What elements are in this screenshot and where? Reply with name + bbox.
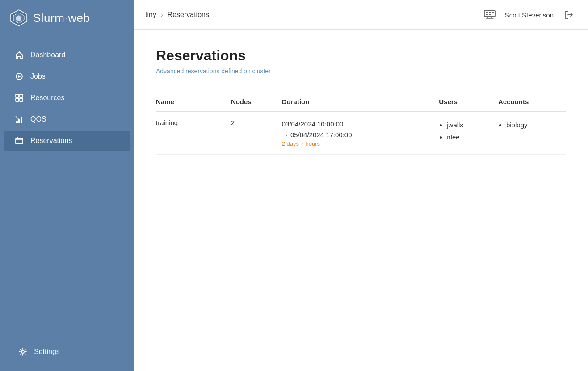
cell-name: training <box>156 111 231 155</box>
sidebar-bottom: Settings <box>0 333 134 371</box>
duration-label: 2 days 7 hours <box>282 140 432 147</box>
sidebar-item-settings-label: Settings <box>34 348 60 356</box>
svg-rect-18 <box>486 14 488 15</box>
svg-rect-14 <box>484 10 495 17</box>
sidebar-item-reservations[interactable]: Reservations <box>4 131 130 151</box>
cluster-icon-button[interactable] <box>482 7 498 23</box>
reservations-table: Name Nodes Duration Users Accounts train… <box>156 93 566 155</box>
svg-rect-15 <box>486 12 488 13</box>
reservations-table-container: Name Nodes Duration Users Accounts train… <box>156 93 566 155</box>
cell-nodes: 2 <box>231 111 282 155</box>
svg-rect-5 <box>16 94 19 97</box>
reservations-icon <box>14 136 24 146</box>
cell-users: jwalls nlee <box>439 111 498 155</box>
col-header-users: Users <box>439 93 498 111</box>
cell-accounts: biology <box>498 111 566 155</box>
sidebar-item-jobs[interactable]: Jobs <box>4 66 130 87</box>
logout-button[interactable] <box>561 7 577 23</box>
qos-icon <box>14 114 24 124</box>
accounts-list: biology <box>498 119 559 131</box>
sidebar-item-dashboard[interactable]: Dashboard <box>4 45 130 65</box>
svg-rect-7 <box>16 98 19 101</box>
settings-icon <box>18 347 28 357</box>
header-actions: Scott Stevenson <box>482 7 577 23</box>
table-header: Name Nodes Duration Users Accounts <box>156 93 566 111</box>
sidebar-item-qos-label: QOS <box>30 115 46 123</box>
sidebar-item-reservations-label: Reservations <box>30 137 72 145</box>
account-item: biology <box>506 119 559 131</box>
sidebar-item-qos[interactable]: QOS <box>4 109 130 130</box>
home-icon <box>14 50 24 60</box>
duration-start: 03/04/2024 10:00:00 <box>282 119 432 130</box>
cell-duration: 03/04/2024 10:00:00 → 05/04/2024 17:00:0… <box>282 111 439 155</box>
user-item: jwalls <box>447 119 491 131</box>
sidebar-item-resources[interactable]: Resources <box>4 88 130 108</box>
jobs-icon <box>14 72 24 81</box>
svg-point-13 <box>21 350 24 353</box>
svg-rect-16 <box>489 12 491 13</box>
svg-rect-17 <box>492 12 494 13</box>
page-subtitle: Advanced reservations defined on cluster <box>156 67 566 75</box>
sidebar-item-jobs-label: Jobs <box>30 72 46 80</box>
reservation-nodes: 2 <box>231 119 235 126</box>
table-row: training 2 03/04/2024 10:00:00 → 05/04/2… <box>156 111 566 155</box>
svg-rect-6 <box>20 94 23 97</box>
user-item: nlee <box>447 131 491 143</box>
reservation-name: training <box>156 119 178 126</box>
table-body: training 2 03/04/2024 10:00:00 → 05/04/2… <box>156 111 566 155</box>
col-header-name: Name <box>156 93 231 111</box>
col-header-nodes: Nodes <box>231 93 282 111</box>
main-nav: Dashboard Jobs Resources <box>0 36 134 333</box>
col-header-accounts: Accounts <box>498 93 566 111</box>
svg-rect-19 <box>489 14 491 15</box>
user-name: Scott Stevenson <box>505 11 554 19</box>
sidebar-item-resources-label: Resources <box>30 94 64 102</box>
page-title: Reservations <box>156 47 566 64</box>
breadcrumb-cluster: tiny <box>145 11 156 19</box>
col-header-duration: Duration <box>282 93 439 111</box>
svg-rect-11 <box>21 117 22 123</box>
logo-area: Slurm·web <box>0 0 134 36</box>
resources-icon <box>14 93 24 103</box>
logo-text: Slurm·web <box>33 11 90 25</box>
page-header: tiny › Reservations Scott Stevenson <box>134 0 588 30</box>
sidebar: Slurm·web Dashboard Jobs <box>0 0 134 371</box>
svg-rect-9 <box>16 121 18 123</box>
svg-marker-4 <box>18 75 21 78</box>
slurm-logo-icon <box>9 8 29 28</box>
page-content: Reservations Advanced reservations defin… <box>134 30 588 371</box>
breadcrumb-page: Reservations <box>168 11 209 19</box>
svg-rect-12 <box>16 138 23 144</box>
svg-rect-8 <box>20 98 23 101</box>
breadcrumb-separator: › <box>161 11 163 18</box>
duration-end: → 05/04/2024 17:00:00 <box>282 130 432 140</box>
users-list: jwalls nlee <box>439 119 491 143</box>
breadcrumb: tiny › Reservations <box>145 11 482 19</box>
sidebar-item-dashboard-label: Dashboard <box>30 51 65 59</box>
main-content: tiny › Reservations Scott Stevenson <box>134 0 588 371</box>
logo-dot: · <box>64 11 68 25</box>
sidebar-item-settings[interactable]: Settings <box>7 341 127 362</box>
